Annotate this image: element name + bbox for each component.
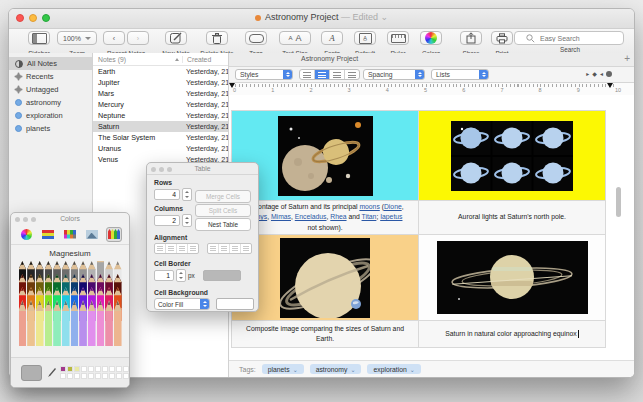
pencil-grid[interactable] — [18, 261, 122, 349]
tab-options-icon[interactable] — [606, 71, 612, 77]
align-center-button[interactable] — [315, 70, 330, 79]
left-tab-stop-icon[interactable]: ◂ — [600, 70, 603, 77]
tags-button[interactable] — [245, 31, 267, 45]
pencil-swatch[interactable] — [53, 300, 61, 346]
table-cell-composite[interactable] — [232, 235, 419, 321]
table-dialog-titlebar[interactable]: Table — [147, 163, 258, 175]
align-justify-button[interactable] — [345, 70, 359, 79]
background-color-well[interactable] — [216, 298, 254, 310]
saved-swatch[interactable] — [60, 366, 66, 372]
sidebar-item-astronomy[interactable]: astronomy — [9, 96, 92, 109]
wiki-link[interactable]: Enceladus — [295, 213, 327, 220]
v-align-middle[interactable] — [219, 244, 230, 253]
cell-background-dropdown[interactable]: Color Fill — [154, 298, 210, 310]
right-indent-marker[interactable] — [607, 83, 613, 88]
dialog-close-button[interactable] — [151, 167, 156, 172]
sidebar-item-planets[interactable]: planets — [9, 122, 92, 135]
tag-pill-exploration[interactable]: exploration⌄ — [367, 364, 420, 374]
colors-panel-titlebar[interactable]: Colors — [11, 213, 129, 224]
recent-swatches[interactable] — [60, 366, 129, 379]
tab-stop-tools[interactable]: ▸ ◆ ◂ — [586, 70, 612, 77]
nest-table-button[interactable]: Nest Table — [195, 218, 251, 231]
color-sliders-mode-button[interactable] — [40, 227, 56, 242]
table-dialog[interactable]: Table Rows Merge Cells Split Cells Nest … — [146, 162, 259, 312]
wiki-link[interactable]: Iapetus — [380, 213, 402, 220]
empty-swatch[interactable] — [95, 373, 101, 379]
sidebar-toggle-button[interactable] — [28, 31, 50, 45]
note-row-saturn[interactable]: SaturnYesterday, 21:3 — [93, 121, 228, 132]
note-row-mercury[interactable]: MercuryYesterday, 21:3 — [93, 99, 228, 110]
color-wheel-mode-button[interactable] — [18, 227, 34, 242]
table-cell-montage[interactable] — [232, 111, 419, 201]
image-palettes-mode-button[interactable] — [84, 227, 100, 242]
dialog-minimize-button[interactable] — [159, 167, 164, 172]
sidebar-item-all-notes[interactable]: All Notes — [9, 57, 92, 70]
pencil-swatch[interactable] — [114, 300, 122, 346]
print-button[interactable] — [491, 31, 513, 45]
h-align-justify[interactable] — [188, 244, 198, 253]
empty-swatch[interactable] — [116, 373, 122, 379]
default-style-button[interactable]: A̲ — [354, 31, 376, 45]
new-tab-button[interactable]: + — [624, 53, 630, 64]
colors-button[interactable] — [420, 31, 442, 45]
note-document[interactable]: A montage of Saturn and its principal mo… — [229, 95, 634, 361]
empty-swatch[interactable] — [67, 373, 73, 379]
note-row-earth[interactable]: EarthYesterday, 21:3 — [93, 66, 228, 77]
empty-swatch[interactable] — [102, 366, 108, 372]
empty-swatch[interactable] — [81, 373, 87, 379]
columns-stepper[interactable] — [182, 214, 192, 227]
align-right-button[interactable] — [330, 70, 345, 79]
empty-swatch[interactable] — [74, 373, 80, 379]
note-row-mars[interactable]: MarsYesterday, 21:3 — [93, 88, 228, 99]
merge-cells-button[interactable]: Merge Cells — [195, 190, 251, 203]
saturn-earth-composite-image[interactable] — [280, 238, 370, 318]
new-note-button[interactable] — [165, 31, 187, 45]
empty-swatch[interactable] — [116, 366, 122, 372]
h-align-right[interactable] — [177, 244, 188, 253]
h-align-center[interactable] — [166, 244, 177, 253]
colors-panel[interactable]: Colors Magnesium — [10, 212, 130, 388]
table-cell-aurora[interactable] — [419, 111, 605, 201]
back-button[interactable]: ‹ — [103, 31, 125, 45]
saturn-montage-image[interactable] — [278, 116, 373, 196]
vertical-alignment-control[interactable] — [207, 243, 252, 254]
ruler-button[interactable] — [387, 31, 409, 45]
table-cell-aurora-caption[interactable]: Auroral lights at Saturn's north pole. — [419, 201, 605, 235]
empty-swatch[interactable] — [123, 366, 129, 372]
pencil-swatch[interactable] — [88, 300, 96, 346]
empty-swatch[interactable] — [88, 366, 94, 372]
align-left-button[interactable] — [300, 70, 315, 79]
v-align-bottom[interactable] — [230, 244, 241, 253]
table-cell-montage-caption[interactable]: A montage of Saturn and its principal mo… — [232, 201, 419, 235]
table-cell-equinox[interactable] — [419, 235, 605, 321]
empty-swatch[interactable] — [60, 373, 66, 379]
empty-swatch[interactable] — [102, 373, 108, 379]
titlebar[interactable]: Astronomy Project — Edited ⌄ — [9, 9, 634, 29]
saved-swatch[interactable] — [74, 366, 80, 372]
share-button[interactable] — [460, 31, 482, 45]
table-cell-equinox-caption[interactable]: Saturn in natural color approaching equi… — [419, 321, 605, 347]
note-table[interactable]: A montage of Saturn and its principal mo… — [231, 110, 606, 348]
created-column-header[interactable]: Created — [182, 56, 228, 63]
sidebar-item-recents[interactable]: Recents — [9, 70, 92, 83]
note-row-neptune[interactable]: NeptuneYesterday, 21:3 — [93, 110, 228, 121]
empty-swatch[interactable] — [95, 366, 101, 372]
h-align-left[interactable] — [155, 244, 166, 253]
notes-list-header[interactable]: Notes (9) Created — [93, 53, 228, 66]
saturn-equinox-image[interactable] — [437, 241, 588, 314]
tab-astronomy-project[interactable]: Astronomy Project — [301, 55, 358, 62]
wiki-link[interactable]: Titan — [362, 213, 377, 220]
empty-swatch[interactable] — [109, 366, 115, 372]
wiki-link[interactable]: moons — [359, 203, 379, 210]
split-cells-button[interactable]: Split Cells — [195, 204, 251, 217]
title-caret-icon[interactable]: ⌄ — [381, 12, 389, 22]
empty-swatch[interactable] — [123, 373, 129, 379]
wiki-link[interactable]: Dione — [384, 203, 402, 210]
sort-ascending-icon[interactable] — [175, 58, 179, 61]
border-stepper[interactable] — [176, 269, 186, 282]
pencil-swatch[interactable] — [45, 300, 53, 346]
pencil-swatch[interactable] — [71, 300, 79, 346]
horizontal-alignment-control[interactable] — [154, 243, 199, 254]
styles-dropdown[interactable]: Styles — [235, 69, 293, 80]
columns-input[interactable] — [154, 215, 180, 226]
